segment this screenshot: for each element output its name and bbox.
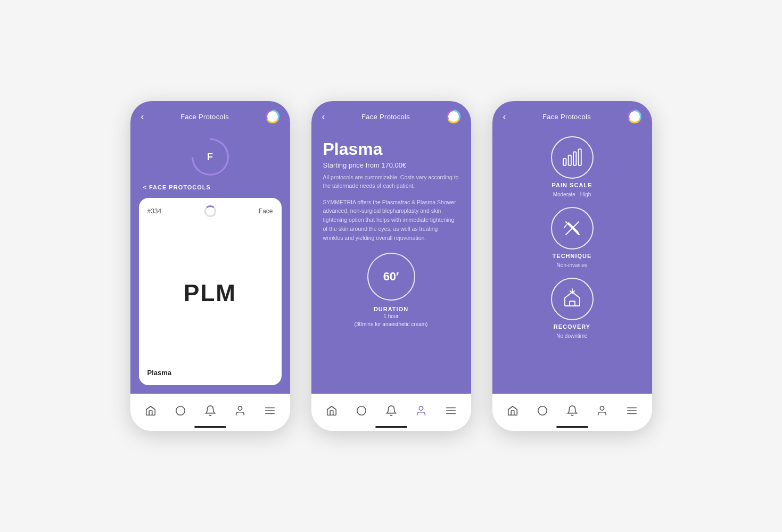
- phone1-breadcrumb[interactable]: < FACE PROTOCOLS: [130, 181, 290, 194]
- svg-point-6: [419, 406, 423, 410]
- phone3-technique-icon: [551, 207, 594, 250]
- phone2-duration-value2: (30mins for anaesthetic cream): [355, 320, 428, 328]
- phone1-back-button[interactable]: ‹: [141, 111, 144, 122]
- phone2-nav-user[interactable]: [415, 405, 427, 417]
- phone2-nav: [311, 394, 471, 431]
- phone3-pain-scale-item: PAIN SCALE Moderate - High: [551, 136, 594, 197]
- phone1-card-category: Face: [259, 207, 273, 215]
- phone3-nav-home[interactable]: [507, 405, 518, 417]
- phone3-recovery-item: RECOVERY No downtime: [551, 278, 594, 339]
- phone2-profile-icon[interactable]: [447, 110, 460, 123]
- phone3-technique-item: TECHNIQUE Non-invasive: [551, 207, 594, 268]
- phone2-nav-bell[interactable]: [385, 405, 397, 417]
- phone1-header: ‹ Face Protocols: [130, 101, 290, 129]
- phone1-header-title: Face Protocols: [180, 113, 229, 121]
- svg-rect-20: [570, 301, 575, 306]
- phone1-nav-user[interactable]: [234, 405, 246, 417]
- svg-point-0: [176, 406, 185, 415]
- phone1-profile-icon[interactable]: [266, 110, 279, 123]
- phone3-nav-circle[interactable]: [537, 405, 548, 417]
- phone1-nav-menu[interactable]: [264, 405, 276, 417]
- phone1-home-indicator: [194, 426, 226, 428]
- svg-rect-12: [573, 152, 576, 165]
- phone3-technique-label: TECHNIQUE: [553, 253, 592, 259]
- phone3-recovery-label: RECOVERY: [554, 323, 590, 330]
- phone1-avatar-area: F: [130, 129, 290, 181]
- svg-point-21: [538, 406, 547, 415]
- phone3-info-grid: PAIN SCALE Moderate - High: [492, 129, 652, 394]
- phone3-back-button[interactable]: ‹: [503, 111, 506, 122]
- phone2-desc-main: SYMMETRIA offers the Plasmafrac & Plasma…: [323, 198, 459, 243]
- phone1-nav: [130, 394, 290, 431]
- phone3-recovery-value: No downtime: [556, 333, 587, 339]
- phone1-nav-home[interactable]: [145, 405, 157, 417]
- phone1-nav-bell[interactable]: [204, 405, 216, 417]
- phone1-avatar: F: [192, 138, 229, 176]
- phone2-duration-area: 60′ DURATION 1 hour (30mins for anaesthe…: [323, 253, 459, 328]
- phone1-spinner: [204, 205, 216, 217]
- phone3-header: ‹ Face Protocols: [492, 101, 652, 129]
- svg-point-5: [357, 406, 366, 415]
- phone-2: ‹ Face Protocols Plasma Starting price f…: [311, 101, 471, 431]
- svg-point-1: [238, 406, 242, 410]
- phone1-card-footer: Plasma: [147, 369, 273, 377]
- svg-rect-11: [568, 155, 571, 165]
- phone2-duration-value1: 1 hour: [383, 312, 398, 320]
- phone2-title: Plasma: [323, 139, 459, 159]
- phone2-header: ‹ Face Protocols: [311, 101, 471, 129]
- phone1-card-plm: PLM: [184, 280, 236, 306]
- phone1-content: F < FACE PROTOCOLS #334 Face PLM Plasma: [130, 129, 290, 394]
- phone1-card-body: PLM: [147, 222, 273, 363]
- phone1-card-header: #334 Face: [147, 205, 273, 217]
- phone2-content: Plasma Starting price from 170.00€ All p…: [311, 129, 471, 394]
- phone3-home-indicator: [556, 426, 588, 428]
- phone3-content: PAIN SCALE Moderate - High: [492, 129, 652, 394]
- phone3-nav-menu[interactable]: [626, 405, 638, 417]
- phone2-nav-home[interactable]: [326, 405, 338, 417]
- phone3-nav-user[interactable]: [596, 405, 608, 417]
- phone2-main: Plasma Starting price from 170.00€ All p…: [311, 129, 471, 394]
- phone2-duration-circle: 60′: [367, 253, 415, 301]
- phone3-pain-scale-icon: [551, 136, 594, 179]
- phone2-home-indicator: [375, 426, 407, 428]
- phone3-recovery-icon: [551, 278, 594, 320]
- phone3-pain-scale-value: Moderate - High: [553, 192, 591, 197]
- phone2-desc-small: All protocols are customizable. Costs va…: [323, 173, 459, 190]
- phone2-back-button[interactable]: ‹: [322, 111, 325, 122]
- phone1-card: #334 Face PLM Plasma: [139, 198, 282, 385]
- phone3-header-title: Face Protocols: [542, 113, 591, 121]
- svg-line-19: [564, 226, 565, 228]
- phone3-profile-icon[interactable]: [628, 110, 641, 123]
- phone-1: ‹ Face Protocols F < FACE PROTOCOLS #334…: [130, 101, 290, 431]
- phone3-nav: [492, 394, 652, 431]
- phone3-technique-value: Non-invasive: [557, 262, 588, 268]
- phone3-nav-bell[interactable]: [566, 405, 578, 417]
- phone2-duration-label: DURATION: [374, 306, 408, 312]
- phone2-nav-menu[interactable]: [445, 405, 457, 417]
- phone1-nav-circle[interactable]: [175, 405, 186, 417]
- svg-point-22: [600, 406, 604, 410]
- phone2-nav-circle[interactable]: [356, 405, 367, 417]
- phone2-header-title: Face Protocols: [361, 113, 410, 121]
- phone2-subtitle: Starting price from 170.00€: [323, 161, 459, 169]
- svg-rect-10: [563, 159, 566, 165]
- phone1-card-id: #334: [147, 207, 162, 215]
- phone-3: ‹ Face Protocols PAIN SCALE: [492, 101, 652, 431]
- phone3-pain-scale-label: PAIN SCALE: [552, 182, 592, 188]
- svg-rect-13: [578, 149, 581, 165]
- page-wrapper: ‹ Face Protocols F < FACE PROTOCOLS #334…: [109, 69, 673, 463]
